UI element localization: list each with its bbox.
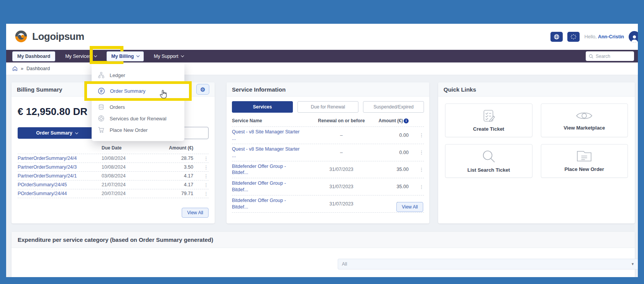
kebab-menu-icon[interactable]: ⋮	[409, 167, 424, 172]
eu-flag-button[interactable]	[567, 32, 580, 42]
category-filter-select[interactable]: All ▼	[338, 259, 638, 269]
kebab-menu-icon[interactable]: ⋮	[409, 150, 424, 155]
brand-name: Logoipsum	[32, 31, 84, 43]
home-icon[interactable]	[12, 66, 18, 71]
quick-link-place-new-order[interactable]: Place New Order	[541, 144, 628, 178]
category-filter-value: All	[342, 261, 347, 267]
dropdown-caret-icon: ▼	[631, 262, 634, 266]
service-view-all-button[interactable]: View All	[396, 202, 423, 212]
my-billing-dropdown-menu: Ledger Order Summary Orders	[92, 62, 184, 141]
sitemap-icon	[98, 72, 105, 79]
app-window: Logoipsum	[6, 24, 638, 277]
tab-services[interactable]: Services	[232, 101, 293, 113]
brand-logo-icon	[14, 29, 28, 44]
expenditure-panel: Expenditure per service category (based …	[12, 232, 635, 277]
orders-icon	[98, 103, 105, 110]
kebab-menu-icon[interactable]: ⋮	[193, 165, 209, 170]
kebab-menu-icon[interactable]: ⋮	[193, 182, 209, 187]
quick-link-list-search-ticket[interactable]: List Search Ticket	[445, 144, 532, 178]
billing-summary-title: Billing Summary	[17, 86, 62, 93]
menu-item-order-summary[interactable]: Order Summary	[87, 84, 189, 98]
list-circle-icon	[98, 87, 105, 95]
cart-icon	[98, 126, 105, 133]
search-input[interactable]	[596, 54, 631, 59]
table-row: Bitdefender Offer Group -Bitdef... 31/07…	[232, 178, 424, 195]
order-summary-link[interactable]: PartnerOrderSummary/24/1	[18, 173, 102, 179]
kebab-menu-icon[interactable]: ⋮	[409, 133, 424, 138]
kebab-menu-icon[interactable]: ⋮	[409, 184, 424, 189]
globe-icon	[554, 34, 560, 40]
service-information-panel: Service Information Services Due for Ren…	[227, 82, 429, 223]
greeting: Hello, Ann-Cristin	[584, 34, 624, 39]
service-information-title: Service Information	[232, 86, 286, 93]
col-renewal: Renewal on or before	[312, 118, 370, 123]
kebab-menu-icon[interactable]: ⋮	[193, 156, 209, 161]
quick-links-title: Quick Links	[444, 86, 476, 93]
service-link[interactable]: Quest - v8 Site Manager Starter...	[232, 129, 312, 142]
order-summary-link[interactable]: PartnerOrderSummary/24/3	[18, 164, 102, 170]
quick-link-view-marketplace[interactable]: View Marketplace	[541, 103, 628, 137]
chevron-down-icon	[136, 54, 140, 57]
nav-item-my-support[interactable]: My Support	[154, 54, 184, 59]
table-row: PartnerOrderSummary/24/1 03/08/2024 4.17…	[18, 172, 209, 181]
quick-link-create-ticket[interactable]: Create Ticket	[445, 103, 532, 137]
search-icon	[589, 54, 593, 59]
tab-due-for-renewal[interactable]: Due for Renewal	[297, 101, 358, 113]
user-name: Ann-Cristin	[598, 34, 624, 39]
order-summary-link[interactable]: PartnerOrderSummary/24/4	[18, 156, 102, 161]
tab-suspended-expired[interactable]: Suspended/Expired	[363, 101, 424, 113]
billing-settings-button[interactable]: ⚙	[196, 84, 209, 95]
table-row: PartnerOrderSummary/24/4 10/08/2024 28.7…	[18, 154, 209, 163]
menu-item-orders[interactable]: Orders	[92, 101, 184, 113]
kebab-menu-icon[interactable]: ⋮	[193, 191, 209, 196]
col-amount: Amount (€)	[155, 145, 194, 151]
search-icon	[481, 149, 496, 164]
chevron-down-icon	[181, 54, 184, 57]
eu-flag-icon	[570, 34, 577, 40]
search-box[interactable]	[586, 51, 634, 61]
app-header: Logoipsum	[6, 24, 638, 50]
order-summary-link[interactable]: POrderSummary/24/44	[18, 191, 102, 196]
gear-icon: ⚙	[200, 87, 205, 92]
table-row: Bitdefender Offer Group -Bitdef... 31/07…	[232, 195, 424, 213]
table-row: Quest - v8 Site Manager Starter... – 0.0…	[232, 144, 424, 161]
avatar[interactable]	[629, 31, 638, 43]
menu-item-place-new-order[interactable]: Place New Order	[92, 124, 184, 136]
main-nav: My Dashboard My Services My Billing My S…	[6, 50, 638, 62]
eye-icon	[576, 110, 593, 121]
language-button[interactable]	[550, 32, 563, 42]
order-summary-link[interactable]: POrderSummary/24/45	[18, 182, 102, 187]
service-table-header: Service Name Renewal on or before Amount…	[232, 117, 424, 127]
table-row: Quest - v8 Site Manager Starter... – 0.0…	[232, 127, 424, 144]
service-link[interactable]: Bitdefender Offer Group -Bitdef...	[232, 163, 312, 176]
menu-item-ledger[interactable]: Ledger	[92, 69, 184, 81]
service-link[interactable]: Bitdefender Offer Group -Bitdef...	[232, 180, 312, 193]
quick-links-panel: Quick Links Create Ticket	[438, 82, 635, 223]
breadcrumb-current: Dashboard	[26, 66, 50, 71]
nav-item-my-dashboard[interactable]: My Dashboard	[12, 51, 55, 61]
billing-view-all-button[interactable]: View All	[182, 208, 209, 218]
service-link[interactable]: Quest - v8 Site Manager Starter...	[232, 146, 312, 159]
create-ticket-icon	[481, 109, 496, 123]
kebab-menu-icon[interactable]: ⋮	[193, 174, 209, 179]
renewal-icon	[98, 115, 105, 122]
nav-item-my-billing[interactable]: My Billing	[107, 51, 144, 61]
chevron-down-icon	[75, 131, 78, 134]
breadcrumb-separator: »	[21, 66, 23, 71]
col-amount: Amount (€)	[379, 118, 403, 123]
col-due-date: Due Date	[102, 145, 155, 151]
expenditure-title: Expenditure per service category (based …	[18, 236, 213, 243]
menu-item-services-due-for-renewal[interactable]: Services due for Renewal	[92, 113, 184, 124]
chevron-down-icon	[94, 54, 97, 57]
order-summary-dropdown-button[interactable]: Order Summary	[18, 127, 96, 139]
brand: Logoipsum	[14, 29, 84, 44]
table-row: POrderSummary/24/45 21/07/2024 4.17 ⋮	[18, 181, 209, 189]
col-service-name: Service Name	[232, 118, 312, 123]
info-icon[interactable]: i	[404, 118, 409, 123]
billing-table-header: Due Date Amount (€)	[18, 144, 209, 154]
service-link[interactable]: Bitdefender Offer Group -Bitdef...	[232, 197, 312, 210]
nav-item-my-services[interactable]: My Services	[65, 54, 97, 59]
table-row: Bitdefender Offer Group -Bitdef... 31/07…	[232, 161, 424, 179]
table-row: PartnerOrderSummary/24/3 10/08/2024 3.50…	[18, 163, 209, 172]
folder-icon	[576, 150, 592, 163]
